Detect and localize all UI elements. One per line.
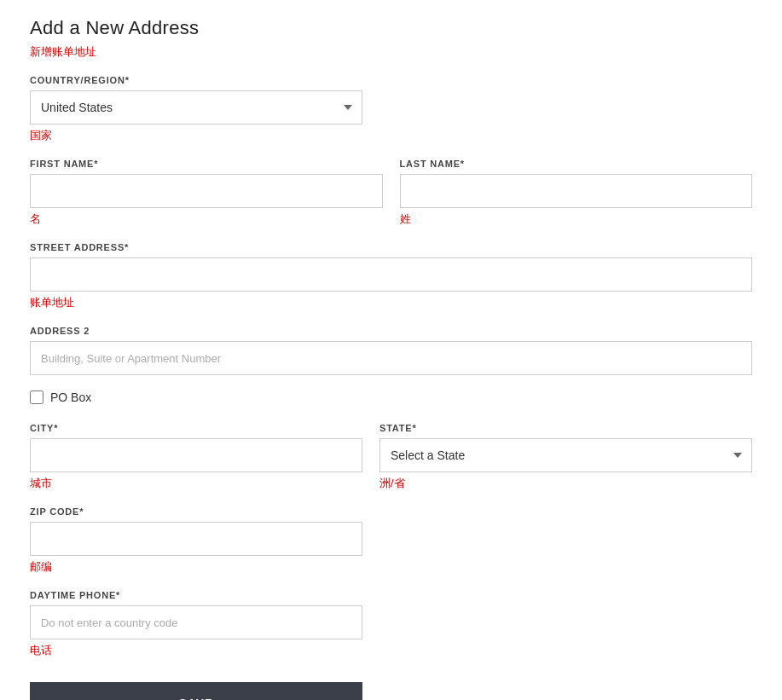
address2-input[interactable] <box>30 341 752 375</box>
page-subtitle: 新增账单地址 <box>30 44 752 60</box>
page-title: Add a New Address <box>30 17 752 39</box>
state-select-wrapper: Select a State Alabama Alaska Arizona Ca… <box>379 438 752 472</box>
zip-input[interactable] <box>30 522 362 556</box>
street-input[interactable] <box>30 257 752 292</box>
first-name-note: 名 <box>30 211 383 227</box>
state-label: STATE* <box>379 423 752 433</box>
state-section: STATE* Select a State Alabama Alaska Ari… <box>379 423 752 491</box>
save-button[interactable]: SAVE <box>30 682 362 700</box>
country-select-wrapper: United States Canada United Kingdom <box>30 90 362 124</box>
city-note: 城市 <box>30 476 362 491</box>
city-label: CITY* <box>30 423 362 433</box>
country-select[interactable]: United States Canada United Kingdom <box>30 90 362 124</box>
last-name-input[interactable] <box>400 174 753 208</box>
country-label: COUNTRY/REGION* <box>30 75 752 85</box>
zip-label: ZIP CODE* <box>30 506 362 517</box>
first-name-label: FIRST NAME* <box>30 159 383 169</box>
country-section: COUNTRY/REGION* United States Canada Uni… <box>30 75 752 143</box>
city-input[interactable] <box>30 438 362 472</box>
first-name-input[interactable] <box>30 174 383 208</box>
last-name-section: LAST NAME* 姓 <box>400 159 753 227</box>
page-container: Add a New Address 新增账单地址 COUNTRY/REGION*… <box>0 0 782 700</box>
phone-section: DAYTIME PHONE* 电话 <box>30 590 362 658</box>
phone-input[interactable] <box>30 605 362 639</box>
street-note: 账单地址 <box>30 295 752 310</box>
po-box-row: PO Box <box>30 390 752 404</box>
po-box-checkbox[interactable] <box>30 390 43 404</box>
address2-section: ADDRESS 2 <box>30 326 752 375</box>
country-note: 国家 <box>30 128 752 143</box>
city-state-row: CITY* 城市 STATE* Select a State Alabama A… <box>30 423 752 491</box>
phone-note: 电话 <box>30 643 362 658</box>
state-select[interactable]: Select a State Alabama Alaska Arizona Ca… <box>379 438 752 472</box>
last-name-note: 姓 <box>400 211 753 227</box>
buttons-row: SAVE <box>30 674 752 700</box>
po-box-label: PO Box <box>50 390 91 404</box>
last-name-label: LAST NAME* <box>400 159 753 169</box>
phone-label: DAYTIME PHONE* <box>30 590 362 600</box>
name-row: FIRST NAME* 名 LAST NAME* 姓 <box>30 159 752 227</box>
state-note: 洲/省 <box>379 476 752 491</box>
street-label: STREET ADDRESS* <box>30 242 752 252</box>
zip-section: ZIP CODE* 邮编 <box>30 506 362 575</box>
first-name-section: FIRST NAME* 名 <box>30 159 383 227</box>
street-section: STREET ADDRESS* 账单地址 <box>30 242 752 310</box>
address2-label: ADDRESS 2 <box>30 326 752 336</box>
zip-note: 邮编 <box>30 559 362 575</box>
city-section: CITY* 城市 <box>30 423 362 491</box>
